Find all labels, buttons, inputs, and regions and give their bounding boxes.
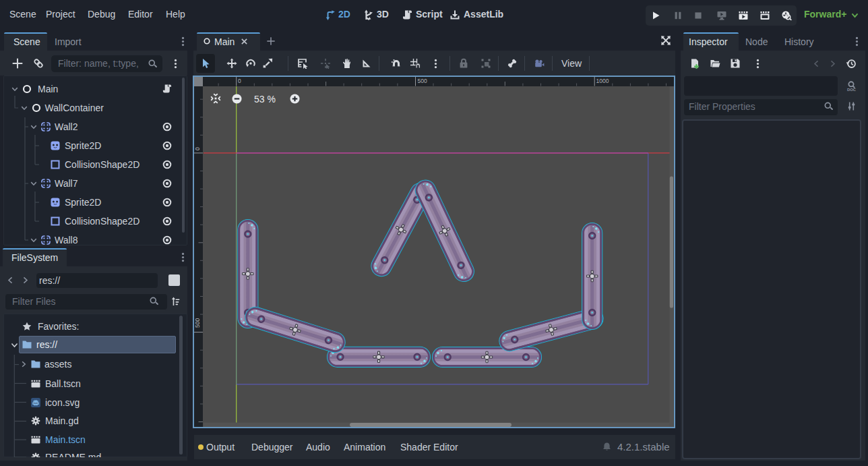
svg-text:DOC: DOC	[847, 88, 857, 92]
